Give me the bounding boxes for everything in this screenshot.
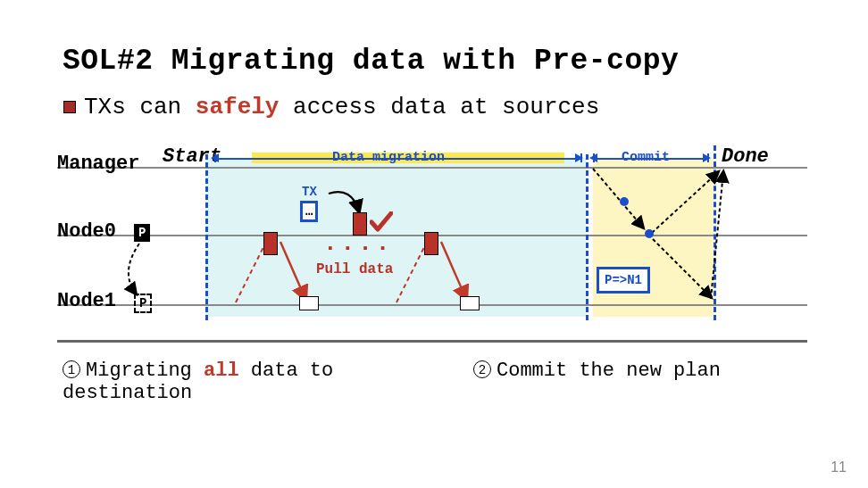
label-node1: Node1 (57, 290, 116, 312)
footnote-2: 2Commit the new plan (473, 360, 721, 404)
check-icon (370, 211, 393, 233)
footnote-1-num: 1 (63, 360, 80, 378)
dest-block-1 (300, 297, 318, 310)
start-divider (205, 154, 208, 320)
commit-plan-box: P=>N1 (597, 267, 650, 294)
bullet-em: safely (196, 94, 280, 120)
slide-title: SOL#2 Migrating data with Pre-copy (63, 45, 805, 78)
p-badge-dashed: P (134, 294, 152, 313)
bullet-icon (64, 102, 75, 112)
footnote-1-pre: Migrating (86, 360, 204, 382)
label-node0: Node0 (57, 220, 116, 243)
commit-tick-r (707, 153, 709, 162)
tx-label: TX (302, 185, 317, 199)
migration-tick-l (214, 153, 216, 162)
commit-label: Commit (622, 150, 670, 165)
commit-divider (586, 154, 588, 320)
tx-box: … (300, 201, 318, 222)
footnote-2-num: 2 (473, 360, 491, 378)
p-badge-solid: P (134, 224, 150, 242)
migration-label: Data migration (332, 150, 445, 165)
node1-line (57, 304, 807, 306)
label-manager: Manager (57, 153, 139, 175)
bullet-line: TXs can safely access data at sources (64, 94, 805, 120)
footnote-1-em: all (204, 360, 239, 382)
data-block-tx (354, 213, 366, 235)
footnotes: 1Migrating all data to destination 2Comm… (63, 360, 805, 404)
done-divider (714, 145, 716, 320)
page-number: 11 (830, 459, 847, 476)
done-label: Done (722, 145, 769, 168)
bullet-post: access data at sources (279, 94, 599, 120)
pull-data-label: Pull data (316, 261, 393, 277)
data-block-1 (264, 233, 277, 254)
repeat-dots: ···· (323, 235, 393, 261)
commit-dot-1 (620, 197, 629, 206)
migration-zone (205, 158, 586, 317)
bottom-rule (57, 340, 807, 343)
footnote-1: 1Migrating all data to destination (63, 360, 402, 404)
footnote-2-text: Commit the new plan (497, 360, 721, 382)
data-block-2 (425, 233, 438, 254)
timeline-diagram: Manager Node0 Node1 P P Start Done Data … (57, 147, 807, 343)
migration-tick-r (580, 153, 582, 162)
commit-dot-2 (645, 229, 654, 238)
bullet-pre: TXs can (84, 94, 196, 120)
dest-block-2 (461, 297, 479, 310)
commit-tick-l (593, 153, 595, 162)
